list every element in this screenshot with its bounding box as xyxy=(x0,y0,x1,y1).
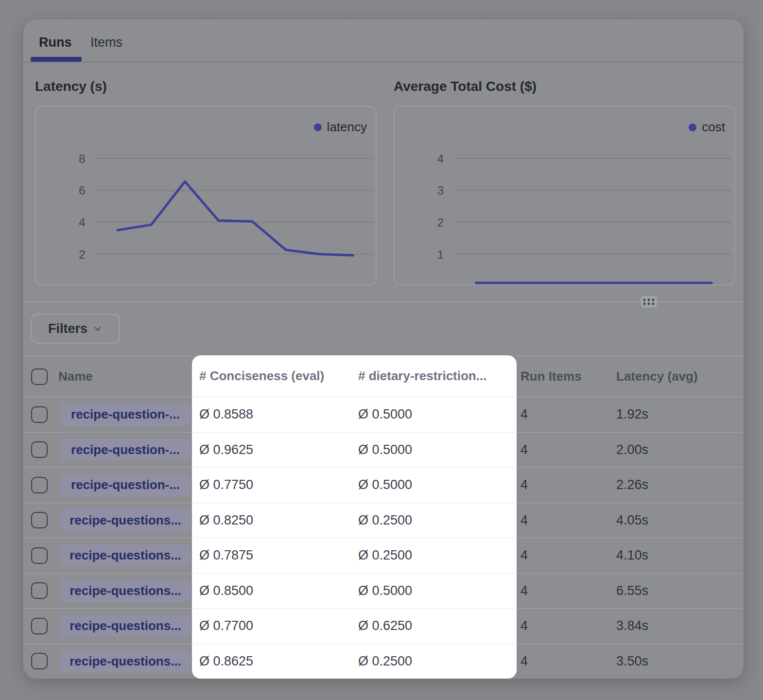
chevron-down-icon xyxy=(92,323,103,334)
conciseness-value: Ø 0.8250 xyxy=(199,513,253,528)
dietary-restriction-value: Ø 0.5000 xyxy=(358,407,412,422)
filters-button-label: Filters xyxy=(48,321,87,336)
row-checkbox[interactable] xyxy=(31,618,48,634)
dietary-restriction-value: Ø 0.5000 xyxy=(358,477,412,492)
table-row: recipe-questions... Ø 0.8500 Ø 0.5000 4 … xyxy=(23,573,744,609)
dietary-restriction-value: Ø 0.6250 xyxy=(358,618,412,633)
latency-avg-value: 4.05s xyxy=(616,513,648,528)
row-checkbox[interactable] xyxy=(31,512,48,528)
table-row: recipe-question-... Ø 0.9625 Ø 0.5000 4 … xyxy=(23,432,744,468)
run-items-value: 4 xyxy=(520,583,528,598)
run-items-value: 4 xyxy=(520,442,528,457)
svg-text:1: 1 xyxy=(437,248,444,261)
conciseness-value: Ø 0.8500 xyxy=(199,583,253,598)
latency-avg-value: 6.55s xyxy=(616,583,648,598)
conciseness-value: Ø 0.7750 xyxy=(199,477,253,492)
table-row: recipe-questions... Ø 0.7875 Ø 0.2500 4 … xyxy=(23,538,744,573)
conciseness-value: Ø 0.7875 xyxy=(199,548,253,563)
table-row: recipe-question-... Ø 0.7750 Ø 0.5000 4 … xyxy=(23,467,744,503)
dietary-restriction-value: Ø 0.5000 xyxy=(358,442,412,457)
row-checkbox[interactable] xyxy=(31,477,48,493)
run-items-value: 4 xyxy=(520,407,528,422)
latency-avg-value: 3.84s xyxy=(616,618,648,633)
screenshot-canvas: Runs Items Latency (s) Average Total Cos… xyxy=(0,0,763,700)
run-items-value: 4 xyxy=(520,477,528,492)
svg-text:3: 3 xyxy=(437,184,444,197)
svg-text:2: 2 xyxy=(437,216,444,229)
run-items-value: 4 xyxy=(520,618,528,633)
run-name-badge[interactable]: recipe-questions... xyxy=(60,650,191,672)
cost-legend-dot-icon xyxy=(689,123,696,131)
dietary-restriction-value: Ø 0.2500 xyxy=(358,654,412,669)
row-checkbox[interactable] xyxy=(31,582,48,599)
tab-items[interactable]: Items xyxy=(90,35,122,50)
filters-button[interactable]: Filters xyxy=(31,314,120,344)
run-name-badge[interactable]: recipe-question-... xyxy=(60,474,191,496)
active-tab-underline xyxy=(31,57,82,62)
run-name-badge[interactable]: recipe-questions... xyxy=(60,509,191,531)
cost-legend: cost xyxy=(689,120,725,135)
column-header-dietary-restriction: # dietary-restriction... xyxy=(358,368,486,384)
column-header-latency-avg: Latency (avg) xyxy=(616,369,698,384)
conciseness-value: Ø 0.8625 xyxy=(199,654,253,669)
cost-line-chart: 4321 xyxy=(395,107,734,284)
run-items-value: 4 xyxy=(520,654,528,669)
column-header-run-items: Run Items xyxy=(520,369,582,384)
section-divider xyxy=(23,301,744,302)
latency-avg-value: 3.50s xyxy=(616,654,648,669)
svg-text:2: 2 xyxy=(79,248,86,261)
latency-legend: latency xyxy=(314,120,367,135)
svg-text:6: 6 xyxy=(79,184,86,197)
table-row: recipe-questions... Ø 0.7700 Ø 0.6250 4 … xyxy=(23,608,744,644)
table-header-row: Name # Conciseness (eval) # dietary-rest… xyxy=(23,355,744,397)
svg-text:4: 4 xyxy=(437,152,444,165)
latency-avg-value: 2.26s xyxy=(616,477,648,492)
conciseness-value: Ø 0.7700 xyxy=(199,618,253,633)
column-header-name: Name xyxy=(58,369,93,384)
conciseness-value: Ø 0.8588 xyxy=(199,407,253,422)
cost-chart-title: Average Total Cost ($) xyxy=(394,79,537,94)
tab-runs[interactable]: Runs xyxy=(39,35,72,50)
run-name-badge[interactable]: recipe-questions... xyxy=(60,615,191,637)
run-name-badge[interactable]: recipe-questions... xyxy=(60,544,191,567)
svg-text:4: 4 xyxy=(79,216,86,229)
run-name-badge[interactable]: recipe-question-... xyxy=(60,438,191,461)
dietary-restriction-value: Ø 0.2500 xyxy=(358,548,412,563)
cost-chart: 4321 cost xyxy=(394,106,735,285)
run-items-value: 4 xyxy=(520,548,528,563)
latency-chart: 8642 latency xyxy=(35,106,377,285)
run-name-badge[interactable]: recipe-questions... xyxy=(60,579,191,602)
resize-grip-icon[interactable] xyxy=(641,296,657,308)
row-checkbox[interactable] xyxy=(31,547,48,564)
table-row: recipe-questions... Ø 0.8250 Ø 0.2500 4 … xyxy=(23,503,744,538)
latency-avg-value: 1.92s xyxy=(616,407,648,422)
latency-legend-label: latency xyxy=(327,120,367,135)
row-checkbox[interactable] xyxy=(31,406,48,423)
dietary-restriction-value: Ø 0.5000 xyxy=(358,583,412,598)
latency-avg-value: 4.10s xyxy=(616,548,648,563)
cost-legend-label: cost xyxy=(702,120,725,135)
row-checkbox[interactable] xyxy=(31,653,48,669)
latency-legend-dot-icon xyxy=(314,123,322,131)
svg-text:8: 8 xyxy=(79,152,86,165)
latency-chart-title: Latency (s) xyxy=(35,79,107,94)
run-name-badge[interactable]: recipe-question-... xyxy=(60,403,191,426)
dietary-restriction-value: Ø 0.2500 xyxy=(358,513,412,528)
select-all-checkbox[interactable] xyxy=(31,368,48,385)
table-row: recipe-question-... Ø 0.8588 Ø 0.5000 4 … xyxy=(23,397,744,432)
column-header-conciseness: # Conciseness (eval) xyxy=(199,368,324,384)
grip-dots-icon xyxy=(642,298,656,306)
run-items-value: 4 xyxy=(520,513,528,528)
tabs-divider xyxy=(23,62,744,63)
row-checkbox[interactable] xyxy=(31,441,48,458)
latency-avg-value: 2.00s xyxy=(616,442,648,457)
table-row: recipe-questions... Ø 0.8625 Ø 0.2500 4 … xyxy=(23,644,744,679)
conciseness-value: Ø 0.9625 xyxy=(199,442,253,457)
